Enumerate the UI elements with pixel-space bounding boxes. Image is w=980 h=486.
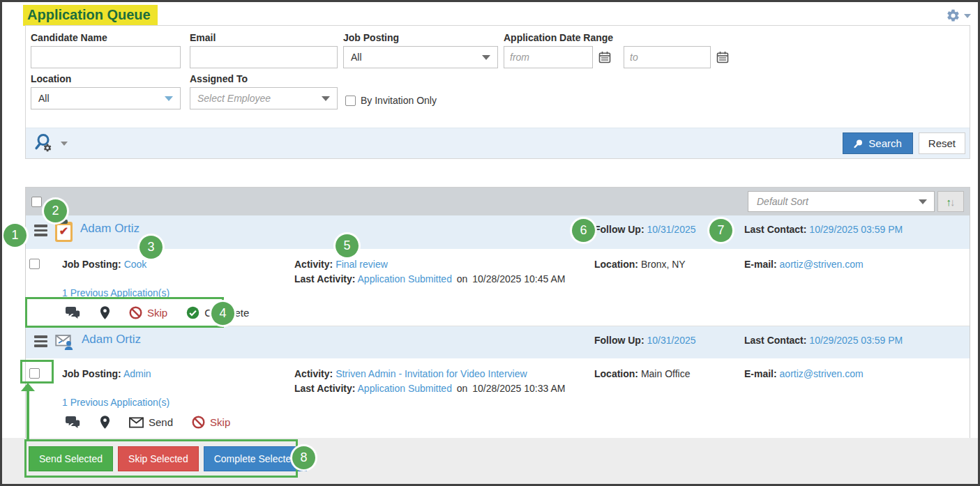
chevron-down-icon — [482, 55, 490, 60]
select-all-checkbox[interactable] — [31, 197, 42, 207]
last-activity-on: on — [457, 383, 468, 394]
skip-action[interactable]: Skip — [192, 416, 230, 429]
follow-up-date-link[interactable]: 10/31/2025 — [647, 224, 695, 235]
assigned-to-placeholder: Select Employee — [197, 93, 271, 104]
search-button[interactable]: Search — [843, 132, 913, 154]
location-value: All — [38, 93, 50, 104]
search-icon — [854, 139, 864, 149]
list-header-bar: Default Sort ↑↓ — [26, 188, 970, 215]
assigned-to-select[interactable]: Select Employee — [190, 87, 338, 109]
email-link[interactable]: aortiz@striven.com — [780, 368, 864, 379]
row-select-checkbox[interactable] — [29, 259, 40, 269]
sort-placeholder: Default Sort — [757, 196, 808, 207]
skip-label: Skip — [210, 416, 230, 428]
email-link[interactable]: aortiz@striven.com — [780, 259, 864, 270]
no-entry-icon — [192, 416, 205, 429]
clipboard-check-icon: ✔ — [55, 222, 73, 242]
date-from-input[interactable] — [504, 46, 593, 68]
job-posting-field-label: Job Posting: — [62, 259, 121, 270]
activity-label: Activity: — [294, 368, 333, 379]
callout-5: 5 — [336, 234, 359, 257]
location-label: Location — [31, 73, 181, 84]
last-activity-label: Last Activity: — [294, 383, 355, 394]
activity-link[interactable]: Final review — [336, 259, 388, 270]
email-field-label: E-mail: — [744, 368, 777, 379]
follow-up-label: Follow Up: — [594, 224, 644, 235]
search-filter-panel: Candidate Name Email Job Posting All App… — [25, 25, 970, 159]
reset-button[interactable]: Reset — [919, 132, 965, 154]
last-contact-label: Last Contact: — [744, 335, 806, 346]
date-to-input[interactable] — [624, 46, 711, 68]
search-button-label: Search — [868, 137, 902, 149]
last-contact-label: Last Contact: — [744, 224, 806, 235]
chat-icon[interactable] — [64, 416, 81, 429]
send-invitation-icon — [55, 334, 74, 350]
job-posting-link[interactable]: Cook — [124, 259, 147, 270]
callout-7: 7 — [709, 219, 732, 242]
previous-applications-link[interactable]: 1 Previous Application(s) — [62, 397, 169, 408]
annotation-arrow — [27, 390, 29, 441]
calendar-icon[interactable] — [716, 51, 729, 63]
location-value: Bronx, NY — [641, 259, 686, 270]
follow-up-date-link[interactable]: 10/31/2025 — [647, 335, 695, 346]
last-activity-link[interactable]: Application Submitted — [358, 273, 452, 284]
chevron-down-icon — [964, 14, 971, 18]
candidate-row-details: Job Posting: Admin 1 Previous Applicatio… — [26, 358, 970, 439]
activity-label: Activity: — [294, 259, 333, 270]
callout-3: 3 — [140, 236, 163, 259]
chevron-down-icon — [919, 199, 927, 204]
annotation-arrow-head — [21, 383, 35, 391]
chevron-down-icon — [322, 96, 330, 101]
sort-direction-button[interactable]: ↑↓ — [937, 191, 964, 212]
job-posting-field-label: Job Posting: — [62, 368, 121, 379]
callout-2: 2 — [44, 199, 67, 222]
last-activity-link[interactable]: Application Submitted — [358, 383, 452, 394]
filter-footer-bar: Search Reset — [26, 128, 970, 158]
drag-handle-icon[interactable] — [34, 225, 47, 236]
candidate-row-header: ✔ Adam Ortiz Follow Up: 10/31/2025 Last … — [26, 215, 970, 249]
job-posting-value: All — [351, 52, 362, 63]
annotation-box-checkbox — [20, 360, 54, 384]
sort-select[interactable]: Default Sort — [748, 191, 935, 212]
gear-icon[interactable] — [946, 8, 960, 23]
send-action[interactable]: Send — [129, 416, 173, 428]
job-posting-select[interactable]: All — [343, 46, 498, 68]
candidate-name-input[interactable] — [31, 46, 181, 68]
by-invitation-label: By Invitation Only — [361, 95, 437, 106]
location-pin-icon[interactable] — [100, 415, 110, 430]
job-posting-label: Job Posting — [343, 32, 498, 43]
candidate-name-link[interactable]: Adam Ortiz — [82, 333, 141, 347]
callout-1: 1 — [3, 224, 27, 247]
chevron-down-icon — [165, 96, 173, 101]
job-posting-link[interactable]: Admin — [123, 368, 151, 379]
calendar-icon[interactable] — [598, 51, 611, 63]
last-activity-on: on — [457, 273, 468, 284]
page-title: Application Queue — [23, 5, 158, 26]
location-field-label: Location: — [594, 368, 638, 379]
page-settings-menu[interactable] — [946, 8, 971, 23]
arrow-down-icon: ↓ — [950, 196, 956, 208]
email-input[interactable] — [190, 46, 338, 68]
location-value: Main Office — [641, 368, 691, 379]
advanced-search-menu[interactable] — [34, 132, 68, 155]
location-select[interactable]: All — [31, 87, 181, 109]
search-settings-icon[interactable] — [34, 132, 55, 155]
activity-link[interactable]: Striven Admin - Invitation for Video Int… — [336, 368, 527, 379]
last-contact-date-link[interactable]: 10/29/2025 03:59 PM — [809, 335, 903, 346]
annotation-box-actions — [25, 297, 224, 328]
last-activity-date: 10/28/2025 10:33 AM — [472, 383, 565, 394]
callout-8: 8 — [292, 446, 315, 469]
last-activity-label: Last Activity: — [294, 273, 355, 284]
chevron-down-icon — [61, 142, 68, 146]
date-range-label: Application Date Range — [504, 32, 797, 43]
drag-handle-icon[interactable] — [34, 335, 47, 347]
candidate-row-header: Adam Ortiz Follow Up: 10/31/2025 Last Co… — [26, 326, 970, 358]
location-field-label: Location: — [594, 259, 638, 270]
assigned-to-label: Assigned To — [190, 73, 338, 84]
last-contact-date-link[interactable]: 10/29/2025 03:59 PM — [809, 224, 903, 235]
application-queue-page: Application Queue Candidate Name Email J… — [0, 0, 980, 486]
annotation-box-bulk-buttons — [24, 439, 298, 478]
follow-up-label: Follow Up: — [594, 335, 644, 346]
by-invitation-checkbox[interactable] — [345, 96, 356, 106]
candidate-name-link[interactable]: Adam Ortiz — [80, 222, 140, 236]
